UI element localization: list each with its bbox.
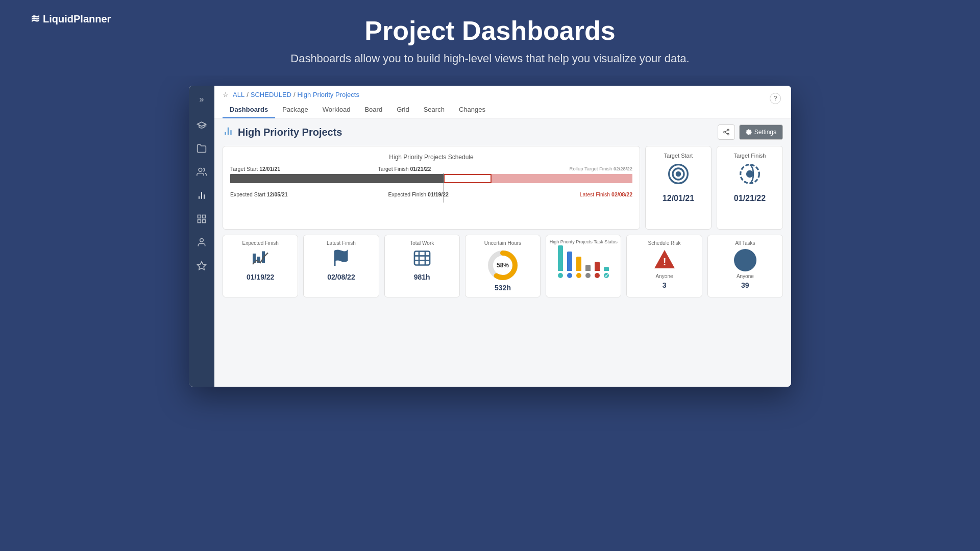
svg-rect-27	[414, 252, 430, 265]
top-cards-row: High Priority Projects Schedule Target S…	[223, 146, 783, 230]
latest-finish-card: Latest Finish 02/08/22	[303, 235, 379, 297]
sidebar-item-learn[interactable]	[192, 115, 211, 135]
svg-text:!: !	[663, 256, 666, 267]
schedule-title: High Priority Projects Schedule	[230, 154, 632, 161]
all-tasks-card: All Tasks Anyone 39	[707, 235, 783, 297]
settings-label: Settings	[754, 129, 776, 136]
task-status-bars	[549, 247, 618, 278]
uncertain-hours-title: Uncertain Hours	[470, 240, 536, 246]
status-bar-red	[595, 262, 600, 278]
sidebar-item-dashboard[interactable]	[192, 186, 211, 205]
hero-subtitle: Dashboards allow you to build high-level…	[0, 52, 980, 65]
status-bar-blue	[567, 252, 572, 278]
topbar: ☆ ALL / SCHEDULED / High Priority Projec…	[214, 86, 791, 118]
schedule-risk-icon: !	[631, 249, 697, 271]
bottom-cards-row: Expected Finish 01/19/22	[223, 235, 783, 297]
expected-finish-icon	[227, 249, 293, 271]
expected-finish-title: Expected Finish	[227, 240, 293, 246]
latest-finish-icon	[308, 249, 374, 271]
uncertain-percent: 58%	[497, 262, 509, 269]
latest-finish-title: Latest Finish	[308, 240, 374, 246]
target-finish-label: Target Finish 01/21/22	[378, 166, 431, 172]
all-tasks-icon	[712, 249, 778, 271]
share-button[interactable]	[718, 124, 735, 140]
sidebar-item-files[interactable]	[192, 139, 211, 158]
total-work-icon	[389, 249, 455, 271]
uncertain-hours-value: 532h	[470, 284, 536, 292]
breadcrumb-all[interactable]: ALL	[233, 91, 244, 98]
total-work-value: 981h	[389, 273, 455, 281]
target-finish-card-title: Target Finish	[723, 153, 776, 159]
target-start-label: Target Start 12/01/21	[230, 166, 280, 172]
dashboard-content: High Priority Projects Settings	[214, 118, 791, 387]
status-bar-teal	[558, 245, 563, 278]
target-start-icon	[652, 163, 705, 190]
target-finish-icon	[723, 163, 776, 190]
status-bar-orange	[576, 257, 581, 278]
expected-start-label: Expected Start 12/05/21	[230, 191, 288, 197]
all-tasks-value: 39	[712, 281, 778, 289]
sidebar-item-grid[interactable]	[192, 209, 211, 229]
schedule-risk-value: 3	[631, 281, 697, 289]
settings-button[interactable]: Settings	[739, 124, 783, 140]
expected-finish-label: Expected Finish 01/19/22	[388, 191, 449, 197]
svg-marker-9	[198, 262, 206, 270]
hero-title: Project Dashboards	[0, 15, 980, 46]
total-work-title: Total Work	[389, 240, 455, 246]
expected-finish-card: Expected Finish 01/19/22	[223, 235, 298, 297]
dashboard-title: High Priority Projects	[238, 127, 342, 138]
dashboard-title-row: High Priority Projects	[223, 126, 342, 139]
svg-point-0	[199, 168, 202, 172]
sidebar-item-favorites[interactable]	[192, 256, 211, 276]
dashboard-title-icon	[223, 126, 234, 139]
nav-tabs: Dashboards Package Workload Board Grid S…	[223, 103, 783, 118]
svg-point-20	[676, 172, 680, 176]
schedule-chart: Target Start 12/01/21 Target Finish 01/2…	[230, 166, 632, 222]
svg-rect-4	[198, 215, 201, 218]
tab-package[interactable]: Package	[275, 103, 315, 118]
uncertain-hours-donut: 58%	[486, 249, 519, 282]
sidebar-item-profile[interactable]	[192, 233, 211, 252]
dashboard-header: High Priority Projects Settings	[223, 124, 783, 140]
breadcrumb-scheduled[interactable]: SCHEDULED	[251, 91, 291, 98]
logo-icon: ≋	[31, 12, 40, 26]
all-tasks-title: All Tasks	[712, 240, 778, 246]
target-start-card: Target Start 12/01/21	[645, 146, 712, 230]
tab-workload[interactable]: Workload	[315, 103, 358, 118]
brand-logo: ≋ LiquidPlanner	[31, 12, 111, 26]
sidebar-item-team[interactable]	[192, 162, 211, 182]
target-start-value: 12/01/21	[652, 194, 705, 203]
rollup-label: Rollup Target Finish 02/28/22	[570, 166, 632, 171]
svg-rect-6	[203, 220, 206, 223]
breadcrumb-sep2: /	[293, 91, 296, 98]
target-start-card-title: Target Start	[652, 153, 705, 159]
tab-grid[interactable]: Grid	[389, 103, 416, 118]
tab-dashboards[interactable]: Dashboards	[223, 103, 275, 118]
latest-finish-label: Latest Finish 02/08/22	[580, 191, 632, 197]
status-bar-gray	[585, 265, 591, 278]
sidebar-collapse-btn[interactable]: »	[197, 92, 207, 107]
schedule-risk-card: Schedule Risk ! Anyone 3	[626, 235, 702, 297]
svg-line-16	[725, 133, 727, 134]
main-content: ☆ ALL / SCHEDULED / High Priority Projec…	[214, 86, 791, 387]
tab-changes[interactable]: Changes	[452, 103, 493, 118]
tab-board[interactable]: Board	[357, 103, 389, 118]
tab-search[interactable]: Search	[416, 103, 452, 118]
svg-point-8	[200, 239, 204, 242]
breadcrumb-current: High Priority Projects	[298, 91, 359, 98]
target-finish-card: Target Finish 01/21/22	[717, 146, 783, 230]
schedule-card: High Priority Projects Schedule Target S…	[223, 146, 640, 230]
breadcrumb: ☆ ALL / SCHEDULED / High Priority Projec…	[223, 91, 783, 98]
app-shell: »	[189, 86, 791, 387]
logo-text: LiquidPlanner	[43, 13, 111, 25]
sidebar: »	[189, 86, 214, 387]
svg-point-15	[727, 133, 729, 135]
svg-rect-5	[203, 215, 206, 218]
svg-line-17	[725, 131, 727, 132]
dashboard-actions: Settings	[718, 124, 783, 140]
help-button[interactable]: ?	[770, 93, 781, 104]
schedule-risk-title: Schedule Risk	[631, 240, 697, 246]
svg-rect-7	[198, 220, 201, 223]
uncertain-hours-card: Uncertain Hours 58% 532h	[465, 235, 541, 297]
schedule-risk-sublabel: Anyone	[631, 273, 697, 279]
